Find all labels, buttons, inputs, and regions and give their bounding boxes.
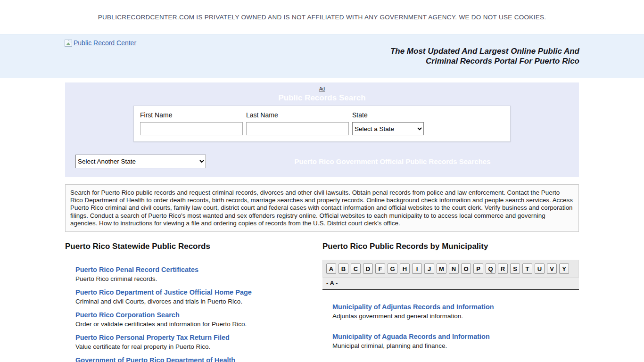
intro-description: Search for Puerto Rico public records an… (65, 184, 579, 232)
header: Public Record Center The Most Updated An… (0, 34, 644, 78)
letter-button[interactable]: C (351, 263, 361, 274)
letter-button[interactable]: B (339, 263, 348, 274)
statewide-records-column: Puerto Rico Statewide Public Records Pue… (65, 235, 322, 362)
list-item: Puerto Rico Personal Property Tax Return… (75, 333, 322, 350)
record-link[interactable]: Government of Puerto Rico Department of … (75, 356, 235, 362)
letter-button[interactable]: J (424, 263, 434, 274)
tagline-line1: The Most Updated And Largest Online Publ… (390, 46, 579, 56)
letter-button[interactable]: G (388, 263, 397, 274)
list-item: Puerto Rico Department of Justice Offici… (75, 288, 322, 305)
letter-button[interactable]: M (437, 263, 446, 274)
letter-button[interactable]: Q (486, 263, 495, 274)
list-item: Municipality of Aguada Records and Infor… (332, 332, 579, 349)
disclaimer-text: PUBLICRECORDCENTER.COM IS PRIVATELY OWNE… (98, 14, 546, 21)
public-records-search-panel: Ad Public Records Search First Name Last… (65, 82, 579, 177)
section-label-a: - A - (322, 278, 579, 290)
record-link[interactable]: Puerto Rico Corporation Search (75, 311, 180, 319)
official-searches-title: Puerto Rico Government Official Public R… (206, 157, 579, 165)
letter-button[interactable]: R (498, 263, 508, 274)
municipality-link-list: Municipality of Adjuntas Records and Inf… (322, 303, 579, 362)
letter-button[interactable]: H (400, 263, 410, 274)
record-link[interactable]: Puerto Rico Penal Record Certificates (75, 266, 198, 273)
letter-button[interactable]: T (522, 263, 532, 274)
tagline-line2: Criminal Records Portal For Puerto Rico (390, 56, 579, 66)
letter-button[interactable]: A (326, 263, 336, 274)
letter-button[interactable]: N (449, 263, 459, 274)
alphabet-index-bar: ABCDFGHIJMNOPQRSTUVY (322, 260, 579, 278)
letter-button[interactable]: P (473, 263, 483, 274)
site-tagline: The Most Updated And Largest Online Publ… (390, 39, 579, 78)
municipality-link-description: Adjuntas government and general informat… (332, 313, 579, 320)
home-logo-link[interactable]: Public Record Center (65, 39, 136, 47)
list-item: Municipality of Adjuntas Records and Inf… (332, 303, 579, 320)
list-item: Puerto Rico Penal Record Certificates Pu… (75, 265, 322, 282)
search-form-card: First Name Last Name State Select a Stat… (133, 106, 511, 142)
letter-button[interactable]: S (510, 263, 520, 274)
letter-button[interactable]: D (363, 263, 373, 274)
record-link[interactable]: Puerto Rico Personal Property Tax Return… (75, 334, 230, 341)
record-link-description: Order or validate certificates and infor… (75, 321, 322, 328)
list-item: Puerto Rico Corporation Search Order or … (75, 311, 322, 328)
municipality-heading: Puerto Rico Public Records by Municipali… (322, 242, 579, 251)
broken-image-icon (65, 40, 72, 47)
statewide-link-list: Puerto Rico Penal Record Certificates Pu… (65, 265, 322, 362)
record-link-description: Puerto Rico criminal records. (75, 275, 322, 282)
record-link-description: Criminal and civil Courts, divorces and … (75, 298, 322, 305)
letter-button[interactable]: I (412, 263, 422, 274)
first-name-label: First Name (140, 111, 243, 119)
last-name-input[interactable] (246, 122, 349, 135)
municipality-records-column: Puerto Rico Public Records by Municipali… (322, 235, 579, 362)
first-name-input[interactable] (140, 122, 243, 135)
ad-link[interactable]: Ad (65, 86, 579, 91)
site-disclaimer-bar: PUBLICRECORDCENTER.COM IS PRIVATELY OWNE… (0, 0, 644, 34)
last-name-label: Last Name (246, 111, 349, 119)
search-panel-title: Public Records Search (65, 93, 579, 103)
letter-button[interactable]: F (375, 263, 385, 274)
logo-alt-text: Public Record Center (74, 39, 136, 47)
record-link-description: Value certificate for real property in P… (75, 343, 322, 350)
municipality-link-description: Municipal criminal, planning and finance… (332, 342, 579, 349)
letter-button[interactable]: Y (559, 263, 569, 274)
state-select[interactable]: Select a State (352, 122, 424, 135)
state-label: State (352, 111, 424, 119)
municipality-link[interactable]: Municipality of Adjuntas Records and Inf… (332, 303, 494, 311)
letter-button[interactable]: V (547, 263, 557, 274)
letter-button[interactable]: O (461, 263, 471, 274)
list-item: Government of Puerto Rico Department of … (75, 356, 322, 362)
statewide-heading: Puerto Rico Statewide Public Records (65, 242, 322, 251)
municipality-link[interactable]: Municipality of Aguada Records and Infor… (332, 333, 490, 340)
letter-button[interactable]: U (535, 263, 545, 274)
another-state-select[interactable]: Select Another State (75, 155, 206, 168)
record-link[interactable]: Puerto Rico Department of Justice Offici… (75, 288, 252, 296)
